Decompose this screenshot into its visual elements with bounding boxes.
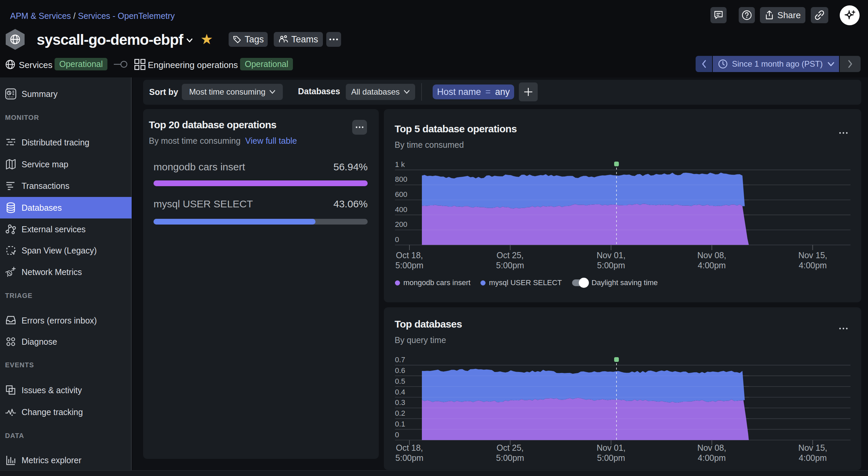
svg-text:0: 0 — [395, 235, 399, 244]
svg-text:Nov 08,: Nov 08, — [697, 250, 726, 260]
svg-text:0: 0 — [395, 431, 399, 439]
svg-text:1 k: 1 k — [395, 160, 405, 169]
svg-text:5:00pm: 5:00pm — [597, 453, 625, 463]
svg-text:Nov 15,: Nov 15, — [798, 250, 827, 260]
svg-text:Nov 08,: Nov 08, — [697, 443, 726, 452]
svg-text:4:00pm: 4:00pm — [698, 453, 725, 463]
svg-text:Nov 15,: Nov 15, — [798, 443, 827, 452]
svg-text:0.5: 0.5 — [395, 377, 405, 385]
svg-text:Nov 01,: Nov 01, — [597, 443, 626, 452]
svg-text:200: 200 — [395, 220, 407, 229]
svg-text:0.3: 0.3 — [395, 398, 405, 407]
svg-text:0.2: 0.2 — [395, 409, 405, 417]
svg-text:5:00pm: 5:00pm — [395, 260, 423, 270]
svg-text:Oct 25,: Oct 25, — [497, 250, 524, 260]
svg-text:5:00pm: 5:00pm — [597, 260, 625, 270]
svg-text:Oct 18,: Oct 18, — [396, 443, 423, 452]
svg-text:Oct 25,: Oct 25, — [497, 443, 524, 452]
svg-text:Oct 18,: Oct 18, — [396, 250, 423, 260]
svg-text:0.1: 0.1 — [395, 420, 405, 428]
svg-text:Nov 01,: Nov 01, — [597, 250, 626, 260]
svg-text:5:00pm: 5:00pm — [395, 453, 423, 463]
svg-text:4:00pm: 4:00pm — [799, 453, 827, 463]
svg-text:0.6: 0.6 — [395, 366, 405, 375]
svg-text:600: 600 — [395, 190, 407, 199]
svg-text:5:00pm: 5:00pm — [496, 260, 524, 270]
svg-text:0.4: 0.4 — [395, 388, 405, 396]
svg-text:4:00pm: 4:00pm — [698, 260, 725, 270]
svg-text:0.7: 0.7 — [395, 355, 405, 364]
svg-text:5:00pm: 5:00pm — [496, 453, 524, 463]
svg-text:4:00pm: 4:00pm — [799, 260, 827, 270]
svg-text:800: 800 — [395, 175, 407, 184]
svg-text:400: 400 — [395, 205, 407, 214]
